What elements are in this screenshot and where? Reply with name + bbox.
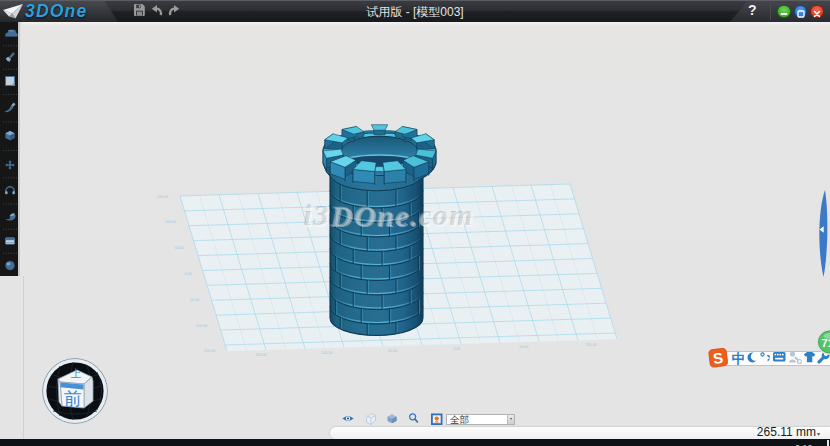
svg-text:100.00: 100.00 xyxy=(586,343,597,347)
svg-text:-100.00: -100.00 xyxy=(195,324,207,328)
svg-text:-50.00: -50.00 xyxy=(387,349,397,353)
svg-text:50.00: 50.00 xyxy=(175,246,184,250)
svg-text:71: 71 xyxy=(822,337,830,349)
svg-text:上: 上 xyxy=(71,367,82,379)
svg-text:中: 中 xyxy=(732,351,746,366)
svg-text:0.00: 0.00 xyxy=(453,347,460,351)
svg-text:50.00: 50.00 xyxy=(519,345,528,349)
svg-text:-100.00: -100.00 xyxy=(320,351,332,355)
svg-text:100.00: 100.00 xyxy=(165,220,176,224)
svg-text:-150.00: -150.00 xyxy=(254,353,266,357)
svg-text:0.00: 0.00 xyxy=(185,272,192,276)
svg-text:前: 前 xyxy=(64,389,82,409)
svg-text:S: S xyxy=(712,349,724,367)
svg-text:-50.00: -50.00 xyxy=(189,298,199,302)
svg-text:150.00: 150.00 xyxy=(157,195,168,199)
svg-text:-150.00: -150.00 xyxy=(203,349,215,353)
